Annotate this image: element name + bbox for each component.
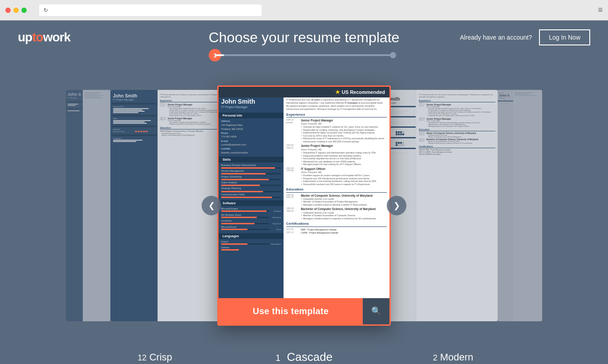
login-button[interactable]: Log In Now [539,29,590,45]
resume-preview: John Smith IT Project Manager Personal I… [219,87,389,299]
browser-dots [5,8,27,13]
skills-header: Skills [219,157,284,162]
modern-label: 2 Modern [391,352,515,363]
address-label: Address [221,120,281,123]
logo-work: work [43,30,70,44]
edu-item-1: 1999-00 -2001-05 Master of Computer Scie… [286,194,387,206]
browser-chrome: ↻ ≡ [0,0,608,20]
minimize-dot[interactable] [13,8,19,13]
far-left-section [66,101,83,103]
far-left-line-1 [68,104,78,105]
progress-section: 1 [215,54,393,56]
zoom-button[interactable]: 🔍 [363,298,389,324]
far-left-right-line-3 [85,95,104,96]
crisp-name: Crisp [149,352,172,363]
logo-accent: to [32,30,43,44]
maximize-dot[interactable] [21,8,27,13]
far-left-section-2 [66,108,83,109]
skill-2: Vendor Management [221,170,281,174]
left-software-label: Software [113,128,155,130]
browser-menu-icon[interactable]: ≡ [598,5,603,15]
prev-template-button[interactable]: ❮ [202,196,221,215]
lang-2-bar [221,249,239,251]
refresh-icon: ↻ [44,7,48,13]
software-header: Software [219,200,284,206]
left-skills-label: Skills [113,117,155,120]
page-title: Choose your resume template [209,29,400,46]
zoom-icon: 🔍 [371,306,381,316]
far-left-template-card[interactable]: John S IT Project [66,90,110,321]
progress-track [215,54,393,56]
resume-right-column: IT Professional with over 10 years of ex… [284,95,389,299]
center-card-actions: Use this template 🔍 [219,298,389,324]
left-skill-3 [113,123,147,124]
progress-end-dot [390,52,396,58]
education-header: Education [286,187,387,192]
email-value: j.smith@uptowork.com [221,143,281,146]
cascade-label: 1 Cascade [217,350,391,364]
far-left-resume-right [83,90,110,321]
right-cert-3: 2003-04 | PRINCE2 Foundation [419,154,495,155]
far-right-template-card[interactable]: Resume John S IT Proj [498,90,542,321]
software-2: MS Windows Server Very Good [221,214,281,219]
languages-header: Languages [219,233,284,239]
far-right-resume-preview: Resume John S IT Proj [498,90,542,321]
address-value: 134 Rightward Way [221,124,281,127]
left-software-section [111,125,157,127]
close-dot[interactable] [5,8,11,13]
logo: uptowork [18,30,70,44]
left-info-1: Personal Info [113,105,155,108]
skill-5: Strategic Planning [221,187,281,192]
far-left-right-line-5 [85,97,103,98]
cascade-name: Cascade [287,350,332,364]
left-name: John Smith [113,93,155,98]
skill-4: Sales Analysis [221,181,281,186]
right-resume-right: IT Professional with over 10 years of ex… [417,90,498,321]
far-left-right-line-4 [85,96,100,97]
cert-2: 2007-11 CAPM - Project Management Instit… [286,231,387,235]
lang-1-bar: Intermediate [221,243,281,245]
left-resume-left: John Smith IT Project Manager Personal I… [110,90,158,321]
left-lang-label: Languages [113,137,155,139]
left-skill-2 [113,121,145,122]
right-edu-header: Education [419,128,495,131]
left-line-2 [113,109,142,110]
experience-header: Experience [286,113,387,117]
lang-2-name: German [221,246,281,249]
left-skills-section [111,115,157,117]
far-left-title: IT Project [68,97,81,99]
right-edu-1: 1999-09 -2002-05 Master of Computer Scie… [419,132,495,138]
already-text: Already have an account? [460,34,532,41]
carousel-area: John S IT Project [0,65,608,346]
linkedin-label: LinkedIn [221,147,281,150]
far-left-right-line-1 [85,92,101,93]
far-left-resume-preview: John S IT Project [66,90,110,321]
address-bar[interactable]: ↻ [39,4,262,16]
main-content: uptowork Choose your resume template Alr… [0,20,608,364]
phone-value: 774-987-4009 [221,135,281,138]
left-sw-1: Microsoft Project [113,131,155,133]
far-right-left: Resume John S IT Proj [498,90,513,321]
far-right-right [513,90,542,321]
edu-item-2: 1996-09 -1999-06 Bachelor of Computer Sc… [286,207,387,220]
next-template-button[interactable]: ❯ [387,196,406,215]
email-label: E-mail [221,140,281,143]
cascade-number: 1 [276,353,280,363]
right-exp-header: Experience [419,99,495,102]
far-left-line-2 [68,105,76,106]
software-1: Microsoft Project Excellent [221,207,281,213]
skill-1: Business Process Improvement [221,164,281,169]
left-skill-1 [113,120,151,121]
us-recommended-badge: ★ US Recommended [219,87,389,97]
resume-summary: IT Professional with over 10 years of ex… [286,98,387,111]
right-edu-2: 1989-09 -1992-05 Bachelor of Computer Sc… [419,138,495,144]
use-template-button[interactable]: Use this template [219,298,363,324]
center-template-card: ★ US Recommended John Smith IT Project M… [217,85,391,326]
resume-left-column: John Smith IT Project Manager Personal I… [219,95,284,299]
left-line-1 [113,108,149,109]
crisp-label: 12 Crisp [93,352,217,363]
far-right-name: John S [499,94,512,97]
left-lang-2 [113,141,136,142]
far-left-name: John S [68,92,81,97]
linkedin-value: linkedin.com/john/smithe [221,151,281,154]
